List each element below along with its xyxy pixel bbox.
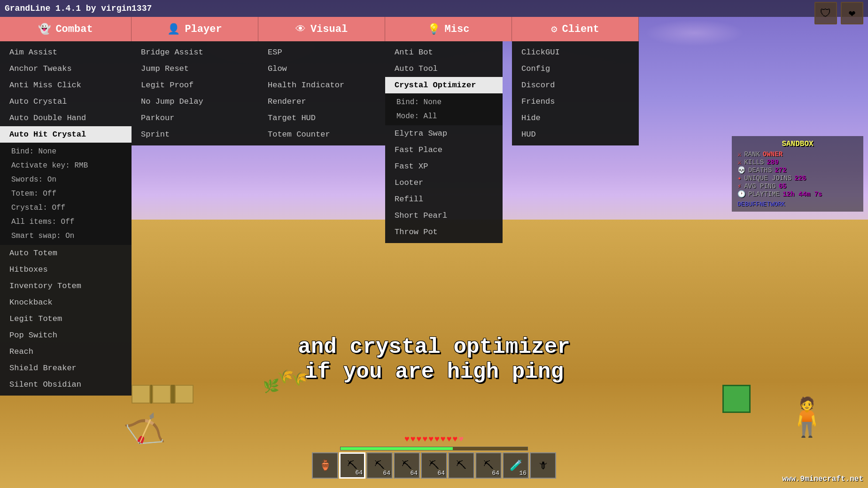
crystal-option[interactable]: Crystal: Off	[4, 201, 132, 215]
combat-tab[interactable]: 👻 Combat	[0, 17, 132, 41]
misc-item-elytra-swap[interactable]: Elytra Swap	[385, 125, 503, 142]
heart6: ♥	[434, 435, 440, 444]
visual-item-health-indicator[interactable]: Health Indicator	[258, 77, 385, 93]
combat-icon: 👻	[38, 23, 51, 36]
combat-item-knockback[interactable]: Knockback	[0, 294, 132, 311]
hotbar-slot-7[interactable]: ⛏ 64	[475, 452, 502, 479]
hotbar-slot-1[interactable]: 🏺	[312, 452, 338, 479]
heart-button[interactable]: ❤	[841, 2, 863, 24]
scoreboard-row-playtime: 🕐 PLAYTIME 12h 44m 7s	[737, 190, 858, 198]
hotbar-slot-4[interactable]: ⛏ 64	[394, 452, 420, 479]
client-item-config[interactable]: Config	[512, 61, 639, 77]
scoreboard-title: SANDBOX	[737, 140, 858, 148]
client-item-discord[interactable]: Discord	[512, 77, 639, 93]
client-list: ClickGUI Config Discord Friends Hide HUD	[512, 41, 639, 145]
swords-option[interactable]: Swords: On	[4, 173, 132, 187]
scoreboard: SANDBOX ⚔ RANK OWNER ⚔ KILLS 289 💀 DEATH…	[732, 136, 863, 212]
heart2: ♥	[411, 435, 416, 444]
misc-item-auto-tool[interactable]: Auto Tool	[385, 61, 503, 77]
visual-item-esp[interactable]: ESP	[258, 44, 385, 61]
combat-item-auto-crystal[interactable]: Auto Crystal	[0, 93, 132, 110]
combat-item-anchor-tweaks[interactable]: Anchor Tweaks	[0, 61, 132, 77]
combat-item-inventory-totem[interactable]: Inventory Totem	[0, 278, 132, 294]
visual-tab[interactable]: 👁 Visual	[258, 17, 385, 41]
player-icon: 👤	[167, 23, 180, 36]
combat-item-anti-miss[interactable]: Anti Miss Click	[0, 77, 132, 93]
combat-item-aim-assist[interactable]: Aim Assist	[0, 44, 132, 61]
all-items-option[interactable]: All items: Off	[4, 215, 132, 229]
misc-item-refill[interactable]: Refill	[385, 191, 503, 207]
shield-button[interactable]: 🛡	[814, 2, 837, 24]
slot-icon-1: 🏺	[319, 459, 332, 472]
client-item-hud[interactable]: HUD	[512, 126, 639, 143]
misc-item-short-pearl[interactable]: Short Pearl	[385, 207, 503, 224]
heart3: ♥	[417, 435, 422, 444]
combat-item-hitboxes[interactable]: Hitboxes	[0, 261, 132, 278]
client-tab[interactable]: ⚙ Client	[512, 17, 639, 41]
hotbar: ♥ ♥ ♥ ♥ ♥ ♥ ♥ ♥ ♥ ♥ 🏺 ⛏ 64 ⛏ 64 ⛏ 64 ⛏ 6…	[312, 435, 556, 479]
player-item-parkour[interactable]: Parkour	[132, 110, 258, 126]
misc-item-throw-pot[interactable]: Throw Pot	[385, 224, 503, 240]
scoreboard-row-kills: ⚔ KILLS 289	[737, 158, 858, 166]
activate-key-option[interactable]: Activate key: RMB	[4, 159, 132, 173]
player-item-legit-proof[interactable]: Legit Proof	[132, 77, 258, 93]
client-item-friends[interactable]: Friends	[512, 93, 639, 110]
slot-count-5: 64	[437, 470, 445, 477]
subtitle-line1: and crystal optimizer	[0, 335, 868, 360]
crystal-optimizer-bind[interactable]: Bind: None	[389, 95, 503, 109]
visual-icon: 👁	[295, 23, 306, 36]
misc-tab[interactable]: 💡 Misc	[385, 17, 512, 41]
player-item-sprint[interactable]: Sprint	[132, 126, 258, 143]
visual-item-glow[interactable]: Glow	[258, 61, 385, 77]
subtitle-line2: if you are high ping	[0, 360, 868, 385]
visual-item-renderer[interactable]: Renderer	[258, 93, 385, 110]
client-item-hide[interactable]: Hide	[512, 110, 639, 126]
debuff-network-text: DEBUFFNETWORK	[737, 201, 858, 208]
scoreboard-row-unique-joins: ✦ UNIQUE JOINS 226	[737, 174, 858, 182]
misc-item-crystal-optimizer[interactable]: Crystal Optimizer	[385, 77, 503, 93]
combat-label: Combat	[55, 23, 93, 35]
slot-count-3: 64	[383, 470, 390, 477]
totem-option[interactable]: Totem: Off	[4, 187, 132, 201]
hotbar-slot-6[interactable]: ⛏	[448, 452, 474, 479]
subtitle-container: and crystal optimizer if you are high pi…	[0, 335, 868, 385]
green-block	[722, 385, 751, 413]
scoreboard-row-avg-ping: ⚡ AVG PING 65	[737, 182, 858, 190]
player-item-no-jump-delay[interactable]: No Jump Delay	[132, 93, 258, 110]
misc-item-anti-bot[interactable]: Anti Bot	[385, 44, 503, 61]
scoreboard-row-deaths: 💀 DEATHS 272	[737, 166, 858, 174]
hotbar-slot-9[interactable]: 🗡	[530, 452, 556, 479]
crystal-optimizer-mode[interactable]: Mode: All	[389, 109, 503, 123]
heart5: ♥	[428, 435, 434, 444]
player-item-bridge-assist[interactable]: Bridge Assist	[132, 44, 258, 61]
client-item-clickgui[interactable]: ClickGUI	[512, 44, 639, 61]
player-tab[interactable]: 👤 Player	[132, 17, 258, 41]
visual-item-totem-counter[interactable]: Totem Counter	[258, 126, 385, 143]
heart7: ♥	[441, 435, 446, 444]
misc-item-looter[interactable]: Looter	[385, 175, 503, 191]
combat-item-auto-hit-crystal[interactable]: Auto Hit Crystal	[0, 126, 132, 143]
player-item-jump-reset[interactable]: Jump Reset	[132, 61, 258, 77]
hotbar-slot-8[interactable]: 🧪 16	[503, 452, 529, 479]
hotbar-slot-5[interactable]: ⛏ 64	[421, 452, 447, 479]
combat-item-legit-totem[interactable]: Legit Totem	[0, 311, 132, 327]
combat-item-auto-double-hand[interactable]: Auto Double Hand	[0, 110, 132, 126]
combat-item-auto-totem[interactable]: Auto Totem	[0, 245, 132, 261]
top-right-icons: 🛡 ❤	[814, 2, 863, 24]
player-label: Player	[185, 23, 222, 35]
smart-swap-option[interactable]: Smart swap: On	[4, 229, 132, 243]
hotbar-slot-2[interactable]: ⛏ 64	[339, 452, 365, 479]
player-list: Bridge Assist Jump Reset Legit Proof No …	[132, 41, 258, 145]
hotbar-slot-3[interactable]: ⛏ 64	[366, 452, 393, 479]
bind-option[interactable]: Bind: None	[4, 145, 132, 159]
visual-item-target-hud[interactable]: Target HUD	[258, 110, 385, 126]
client-icon: ⚙	[551, 23, 557, 36]
slot-icon-9: 🗡	[538, 459, 548, 472]
half-heart: ♥	[458, 435, 464, 444]
scoreboard-row-rank: ⚔ RANK OWNER	[737, 150, 858, 158]
slot-count-8: 16	[519, 470, 527, 477]
misc-icon: 💡	[427, 23, 440, 36]
misc-item-fast-place[interactable]: Fast Place	[385, 142, 503, 158]
xp-bar	[341, 447, 453, 450]
misc-item-fast-xp[interactable]: Fast XP	[385, 158, 503, 175]
